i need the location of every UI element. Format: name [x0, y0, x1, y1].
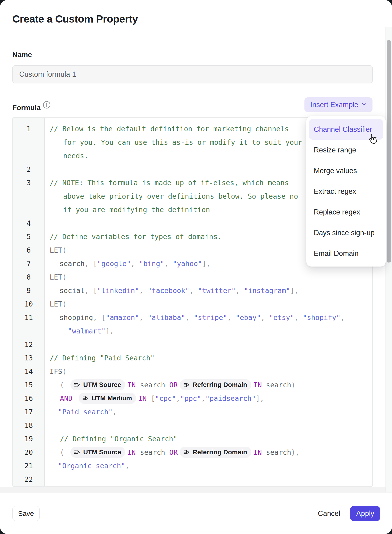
code-line: LET( [45, 300, 66, 308]
code-segment-str: "etsy" [269, 313, 294, 321]
save-button[interactable]: Save [12, 506, 40, 521]
code-segment-id: LET [50, 273, 62, 281]
line-number: 11 [13, 313, 45, 321]
code-segment-id: search [140, 448, 169, 456]
cancel-button[interactable]: Cancel [315, 506, 343, 521]
field-token-pill[interactable]: Referring Domain [180, 379, 251, 390]
code-segment-str: "shopify" [303, 313, 341, 321]
code-line: ( UTM SourceIN search ORReferring Domain… [45, 447, 299, 458]
menu-item-replace-regex[interactable]: Replace regex [309, 202, 383, 222]
code-segment-id: search [140, 381, 169, 389]
code-segment-punct: , [139, 287, 147, 295]
menu-item-channel-classifier[interactable]: Channel Classifier [309, 119, 383, 140]
line-number: 9 [13, 287, 45, 295]
code-segment-comment: // Defining "Organic Search" [60, 435, 177, 443]
code-segment-comment: for you. You can use this as-is or modif… [63, 138, 302, 146]
code-segment-str: "facebook" [147, 287, 190, 295]
code-segment-str: "google" [97, 260, 131, 268]
code-segment-punct: ], [106, 327, 114, 335]
code-segment-str: "instagram" [244, 287, 290, 295]
menu-item-email-domain[interactable]: Email Domain [309, 243, 383, 264]
code-line: above take priority over definitions bel… [45, 192, 298, 200]
modal-scrollbar-thumb[interactable] [387, 40, 391, 263]
code-row: 8LET( [13, 270, 372, 284]
code-line: for you. You can use this as-is or modif… [45, 138, 302, 146]
code-line: social, ["linkedin", "facebook", "twitte… [45, 287, 299, 295]
page-title: Create a Custom Property [12, 13, 138, 25]
insert-example-label: Insert Example [310, 101, 358, 109]
apply-button[interactable]: Apply [350, 506, 380, 521]
line-number: 10 [13, 300, 45, 308]
field-token-label: UTM Medium [92, 395, 132, 402]
field-token-pill[interactable]: Referring Domain [180, 447, 251, 458]
name-input[interactable] [12, 65, 373, 83]
code-segment-str: "bing" [139, 260, 164, 268]
code-segment-punct: , [ [93, 313, 106, 321]
code-row: 15( UTM SourceIN search ORReferring Doma… [13, 378, 372, 392]
line-number: 4 [13, 219, 45, 227]
code-segment-id: search [60, 260, 84, 268]
code-row: 14IFS( [13, 365, 372, 378]
code-segment-punct: , [294, 313, 303, 321]
menu-item-extract-regex[interactable]: Extract regex [309, 181, 383, 202]
code-segment-punct: ( [60, 448, 68, 456]
name-label: Name [12, 51, 32, 59]
field-token-pill[interactable]: UTM Medium [79, 393, 136, 404]
code-segment-comment: if you are modifying the definition [63, 206, 210, 214]
code-line: LET( [45, 246, 66, 254]
code-row: 18 [13, 419, 372, 432]
code-segment-comment: // Define variables for types of domains… [50, 233, 222, 241]
code-line: // NOTE: This formula is made up of if-e… [45, 179, 289, 187]
menu-item-merge-values[interactable]: Merge values [309, 160, 383, 181]
code-segment-comment: // Below is the default definition for m… [50, 125, 289, 133]
code-segment-comment: needs. [63, 152, 88, 160]
line-number: 18 [13, 421, 45, 430]
code-segment-punct: ( [62, 246, 66, 254]
code-segment-kw: IN [127, 448, 140, 456]
code-segment-str: "ppc" [180, 394, 201, 402]
code-segment-kw: IN [127, 381, 140, 389]
code-segment-kw: IN [138, 394, 151, 402]
code-segment-kw: OR [169, 381, 178, 389]
code-segment-punct: , [176, 394, 180, 402]
line-number: 12 [13, 340, 45, 349]
code-segment-str: "Organic search" [58, 462, 125, 470]
code-segment-punct: ) [291, 381, 295, 389]
code-segment-str: "yahoo" [173, 260, 202, 268]
line-number: 21 [13, 462, 45, 470]
code-segment-id: IFS [50, 367, 62, 376]
code-segment-punct: , [236, 287, 244, 295]
code-segment-kw: IN [253, 448, 266, 456]
code-segment-punct: , [190, 287, 198, 295]
code-segment-punct: , [341, 313, 345, 321]
code-segment-punct: , [164, 260, 173, 268]
code-segment-punct: [ [151, 394, 155, 402]
create-custom-property-modal: Create a Custom Property Name Formula In… [0, 0, 392, 534]
code-segment-kw: IN [253, 381, 266, 389]
field-token-pill[interactable]: UTM Source [70, 447, 125, 458]
code-line: ( UTM SourceIN search ORReferring Domain… [45, 379, 295, 390]
modal-scrollbar-track [386, 27, 392, 492]
code-segment-str: "Paid search" [58, 408, 113, 416]
code-row: 21"Organic search", [13, 459, 372, 473]
code-line: // Defining "Paid Search" [45, 354, 155, 362]
menu-item-resize-range[interactable]: Resize range [309, 140, 383, 160]
line-number: 17 [13, 408, 45, 416]
code-segment-punct: ], [290, 287, 299, 295]
insert-example-button[interactable]: Insert Example [304, 97, 373, 112]
code-segment-punct: , [139, 313, 147, 321]
line-number: 15 [13, 381, 45, 389]
line-number: 16 [13, 394, 45, 402]
code-segment-punct: ( [62, 273, 66, 281]
menu-item-days-since-sign-up[interactable]: Days since sign-up [309, 222, 383, 243]
info-icon[interactable] [43, 101, 51, 109]
code-line: AND UTM MediumIN ["cpc","ppc","paidsearc… [45, 393, 264, 404]
code-segment-str: "stripe" [194, 313, 227, 321]
code-row: 22 [13, 473, 372, 486]
field-token-pill[interactable]: UTM Source [70, 379, 125, 390]
code-segment-id: shopping [60, 313, 93, 321]
code-segment-punct: , [185, 313, 194, 321]
code-row: 11shopping, ["amazon", "alibaba", "strip… [13, 311, 372, 324]
code-row: 17"Paid search", [13, 405, 372, 419]
code-segment-kw: OR [169, 448, 178, 456]
